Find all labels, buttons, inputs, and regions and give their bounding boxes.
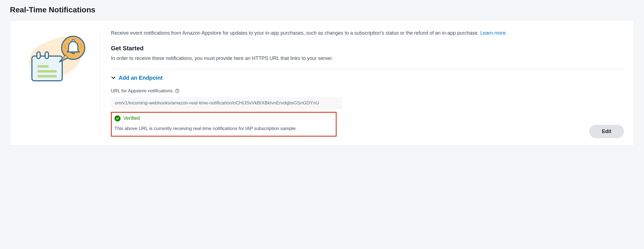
page-title: Real-Time Notifications — [10, 5, 634, 14]
status-label: Verified — [123, 115, 140, 121]
url-label-text: URL for Appstore notifications — [111, 88, 173, 94]
help-icon[interactable] — [175, 88, 180, 93]
get-started-body: In order to receive these notifications,… — [111, 55, 624, 62]
divider — [111, 69, 624, 69]
add-endpoint-toggle[interactable]: Add an Endpoint — [111, 75, 624, 81]
verification-highlight: Verified This above URL is currently rec… — [111, 112, 337, 137]
url-display: om/v1/incoming-webhooks/amazon-real-time… — [111, 97, 342, 109]
bell-calendar-illustration — [24, 33, 87, 85]
get-started-heading: Get Started — [111, 45, 624, 52]
status-row: Verified — [114, 115, 333, 121]
status-description: This above URL is currently receiving re… — [114, 126, 333, 131]
svg-point-9 — [177, 92, 178, 92]
svg-point-7 — [72, 40, 74, 42]
illustration-column — [20, 29, 100, 137]
svg-rect-1 — [37, 52, 40, 59]
intro-text: Receive event notifications from Amazon … — [111, 29, 624, 37]
edit-button[interactable]: Edit — [589, 125, 624, 138]
svg-rect-2 — [45, 52, 48, 59]
notifications-card: Receive event notifications from Amazon … — [10, 20, 634, 146]
svg-rect-5 — [37, 75, 57, 78]
content-column: Receive event notifications from Amazon … — [100, 29, 624, 137]
url-field-label: URL for Appstore notifications — [111, 88, 624, 94]
add-endpoint-title: Add an Endpoint — [119, 75, 163, 81]
svg-rect-4 — [37, 70, 57, 73]
intro-text-body: Receive event notifications from Amazon … — [111, 30, 480, 36]
learn-more-link[interactable]: Learn more. — [480, 30, 507, 36]
svg-rect-3 — [37, 65, 48, 68]
chevron-down-icon — [111, 75, 116, 80]
check-icon — [114, 115, 121, 121]
